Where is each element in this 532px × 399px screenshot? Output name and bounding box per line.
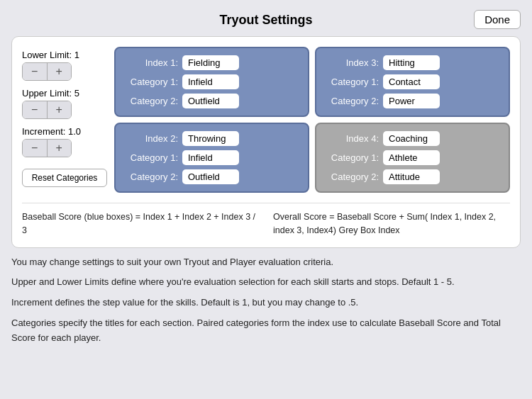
increment-label: Increment: 1.0 bbox=[22, 126, 107, 137]
description-paragraph: You may change settings to suit your own… bbox=[11, 255, 521, 270]
lower-limit-label: Lower Limit: 1 bbox=[22, 50, 107, 60]
indexes-grid: Index 1: Category 1: Category 2: Index 3… bbox=[114, 47, 510, 193]
increment-plus[interactable]: + bbox=[48, 140, 72, 157]
index-box-3: Index 2: Category 1: Category 2: bbox=[114, 123, 309, 193]
index-label: Index 3: bbox=[323, 57, 379, 68]
cat1-value-input[interactable] bbox=[383, 150, 440, 165]
upper-limit-stepper: − + bbox=[22, 101, 72, 119]
left-controls: Lower Limit: 1 − + Upper Limit: 5 − + In… bbox=[22, 47, 107, 193]
index-value-input[interactable] bbox=[182, 55, 239, 70]
index-label: Index 4: bbox=[323, 133, 379, 144]
upper-limit-plus[interactable]: + bbox=[48, 101, 72, 118]
lower-limit-stepper: − + bbox=[22, 62, 72, 81]
cat1-label: Category 1: bbox=[123, 77, 178, 87]
cat2-value-input[interactable] bbox=[383, 94, 440, 108]
main-card: Lower Limit: 1 − + Upper Limit: 5 − + In… bbox=[11, 36, 521, 248]
index-value-input[interactable] bbox=[383, 55, 440, 70]
index-box-4: Index 4: Category 1: Category 2: bbox=[315, 123, 510, 193]
upper-limit-label: Upper Limit: 5 bbox=[22, 88, 107, 99]
description-paragraph: Upper and Lower Limits define where you'… bbox=[11, 275, 521, 290]
lower-limit-minus[interactable]: − bbox=[23, 63, 48, 80]
cat2-label: Category 2: bbox=[323, 96, 379, 106]
cat2-label: Category 2: bbox=[323, 172, 379, 182]
page-title: Tryout Settings bbox=[0, 0, 532, 36]
reset-categories-button[interactable]: Reset Categories bbox=[22, 169, 107, 187]
formula-left: Baseball Score (blue boxes) = Index 1 + … bbox=[22, 210, 259, 237]
cat1-label: Category 1: bbox=[323, 152, 379, 163]
description-paragraph: Increment defines the step value for the… bbox=[11, 296, 521, 310]
cat2-value-input[interactable] bbox=[182, 94, 239, 108]
increment-stepper: − + bbox=[22, 139, 72, 157]
cat1-value-input[interactable] bbox=[182, 150, 239, 165]
done-button[interactable]: Done bbox=[474, 10, 521, 29]
index-label: Index 1: bbox=[123, 57, 178, 68]
cat1-label: Category 1: bbox=[123, 152, 178, 163]
description-paragraph: Categories specify the titles for each s… bbox=[11, 316, 521, 346]
index-label: Index 2: bbox=[123, 133, 178, 144]
index-value-input[interactable] bbox=[383, 131, 440, 146]
cat2-label: Category 2: bbox=[123, 96, 178, 106]
formula-row: Baseball Score (blue boxes) = Index 1 + … bbox=[22, 203, 510, 237]
index-box-2: Index 3: Category 1: Category 2: bbox=[315, 47, 510, 117]
cat2-value-input[interactable] bbox=[383, 169, 440, 184]
cat1-label: Category 1: bbox=[323, 77, 379, 87]
increment-minus[interactable]: − bbox=[23, 140, 48, 157]
upper-limit-minus[interactable]: − bbox=[23, 101, 48, 118]
formula-right: Overall Score = Baseball Score + Sum( In… bbox=[273, 210, 510, 237]
cat2-label: Category 2: bbox=[123, 172, 178, 182]
index-box-1: Index 1: Category 1: Category 2: bbox=[114, 47, 309, 117]
cat1-value-input[interactable] bbox=[383, 74, 440, 89]
description-section: You may change settings to suit your own… bbox=[11, 255, 521, 346]
cat1-value-input[interactable] bbox=[182, 74, 239, 89]
index-value-input[interactable] bbox=[182, 131, 239, 146]
cat2-value-input[interactable] bbox=[182, 169, 239, 184]
lower-limit-plus[interactable]: + bbox=[48, 63, 72, 80]
